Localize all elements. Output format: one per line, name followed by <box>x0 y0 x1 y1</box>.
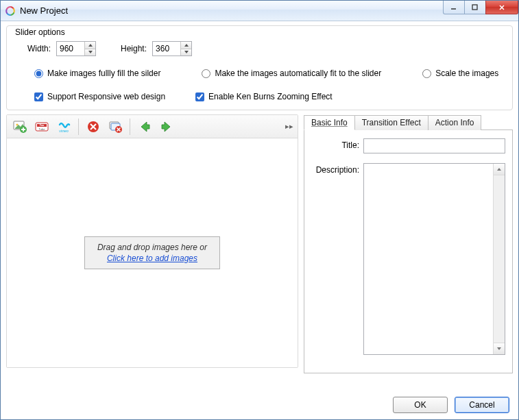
description-textarea[interactable] <box>363 163 505 355</box>
height-spin-up[interactable] <box>181 42 191 49</box>
titlebar: New Project <box>1 1 518 21</box>
image-list-pane: YouTube vimeo <box>6 114 298 368</box>
youtube-button[interactable]: YouTube <box>33 118 51 136</box>
height-input[interactable] <box>152 41 192 56</box>
fit-auto-radio[interactable]: Make the images automatically fit to the… <box>202 69 381 78</box>
fit-scale-label: Scale the images <box>435 69 498 78</box>
cancel-button[interactable]: Cancel <box>455 397 509 413</box>
image-toolbar: YouTube vimeo <box>7 115 298 138</box>
height-spin-down[interactable] <box>181 49 191 56</box>
add-images-link[interactable]: Click here to add images <box>97 254 207 263</box>
svg-rect-1 <box>472 5 477 10</box>
slider-options-group: Slider options Width: Height: <box>6 25 513 110</box>
width-spin-up[interactable] <box>85 42 95 49</box>
drop-text: Drag and drop images here or <box>97 243 207 252</box>
tab-body: Title: Description: <box>304 129 513 373</box>
next-button[interactable] <box>158 118 176 136</box>
responsive-checkbox[interactable]: Support Responsive web design <box>34 92 165 101</box>
vimeo-button[interactable]: vimeo <box>55 118 73 136</box>
scrollbar[interactable] <box>493 164 505 354</box>
tabs: Basic Info Transition Effect Action Info <box>304 114 513 129</box>
tab-action-info[interactable]: Action Info <box>428 115 482 130</box>
drop-area[interactable]: Drag and drop images here or Click here … <box>7 138 298 367</box>
title-label: Title: <box>311 138 363 150</box>
close-button[interactable] <box>485 1 518 14</box>
width-spin-down[interactable] <box>85 49 95 56</box>
svg-text:vimeo: vimeo <box>59 129 69 133</box>
fit-auto-label: Make the images automatically fit to the… <box>215 69 381 78</box>
fit-fill-label: Make images fullly fill the silder <box>47 69 160 78</box>
fit-fill-radio[interactable]: Make images fullly fill the silder <box>34 69 160 78</box>
delete-all-button[interactable] <box>106 118 124 136</box>
height-field[interactable] <box>153 42 180 55</box>
tab-basic-info[interactable]: Basic Info <box>304 115 355 130</box>
description-label: Description: <box>311 163 363 175</box>
chevron-right-icon: ▸▸ <box>285 122 293 131</box>
delete-button[interactable] <box>84 118 102 136</box>
height-label: Height: <box>121 44 147 53</box>
dialog-footer: OK Cancel <box>393 397 509 413</box>
fit-scale-radio[interactable]: Scale the images <box>422 69 498 78</box>
prev-button[interactable] <box>136 118 154 136</box>
title-input[interactable] <box>363 138 505 153</box>
drop-box: Drag and drop images here or Click here … <box>84 236 220 269</box>
width-input[interactable] <box>56 41 96 56</box>
maximize-button[interactable] <box>464 1 486 14</box>
width-label: Width: <box>27 44 51 53</box>
collapse-toggle[interactable]: ▸▸ <box>285 122 293 131</box>
tab-transition-effect[interactable]: Transition Effect <box>354 115 429 130</box>
kenburns-checkbox[interactable]: Enable Ken Burns Zooming Effect <box>195 92 333 101</box>
scroll-down-icon[interactable] <box>494 343 505 354</box>
kenburns-label: Enable Ken Burns Zooming Effect <box>208 92 333 101</box>
window-title: New Project <box>20 5 68 16</box>
slider-options-legend: Slider options <box>14 27 67 37</box>
properties-pane: Basic Info Transition Effect Action Info… <box>304 114 513 368</box>
app-icon <box>5 5 16 16</box>
svg-text:Tube: Tube <box>39 127 46 130</box>
add-image-button[interactable] <box>11 118 29 136</box>
ok-button[interactable]: OK <box>393 397 448 413</box>
minimize-button[interactable] <box>443 1 465 14</box>
scroll-up-icon[interactable] <box>494 164 505 175</box>
responsive-label: Support Responsive web design <box>47 92 165 101</box>
width-field[interactable] <box>57 42 84 55</box>
